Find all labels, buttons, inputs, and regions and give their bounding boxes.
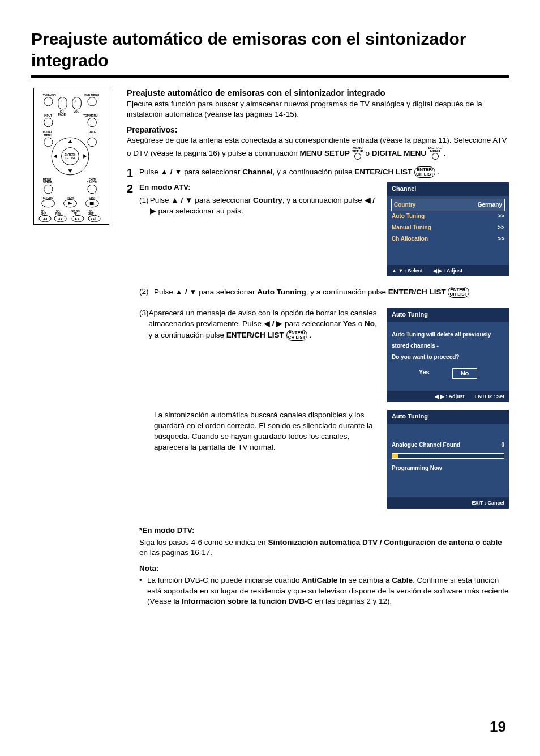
- left-arrow-icon: ◀: [365, 195, 371, 206]
- left-arrow-icon: ◀: [264, 319, 270, 330]
- nota-heading: Nota:: [139, 563, 509, 574]
- step-1-number: 1: [127, 166, 139, 179]
- step-2-number: 2: [127, 182, 139, 195]
- svg-text:REV: REV: [55, 212, 62, 215]
- nota-text: • La función DVB-C no puede iniciarse cu…: [139, 575, 509, 606]
- svg-point-2: [44, 97, 53, 106]
- svg-text:MENU: MENU: [44, 134, 53, 137]
- section-heading: Preajuste automático de emisoras con el …: [127, 88, 509, 97]
- svg-text:▶▶|: ▶▶|: [91, 217, 96, 220]
- down-arrow-icon: ▼: [185, 195, 192, 206]
- right-arrow-icon: ▶: [276, 319, 282, 330]
- auto-tuning-progress-screenshot: Auto Tuning Analogue Channel Found 0 Pro…: [387, 410, 509, 509]
- intro-text: Ejecute esta función para buscar y almac…: [127, 99, 509, 119]
- svg-text:CH: CH: [60, 110, 64, 113]
- svg-point-34: [44, 185, 53, 193]
- up-arrow-icon: ▲: [175, 287, 183, 298]
- substep-2: (2): [139, 287, 154, 298]
- svg-point-20: [44, 138, 53, 146]
- svg-rect-8: [72, 97, 81, 109]
- svg-text:GUIDE: GUIDE: [88, 131, 97, 134]
- svg-text:EXIT/: EXIT/: [89, 178, 96, 181]
- svg-text:TOP MENU: TOP MENU: [83, 114, 98, 117]
- svg-text:INPUT: INPUT: [44, 114, 53, 117]
- svg-text:CANCEL: CANCEL: [87, 181, 98, 184]
- down-arrow-icon: ▼: [189, 287, 196, 298]
- page-title: Preajuste automático de emisoras con el …: [31, 28, 509, 71]
- page-number: 19: [490, 718, 506, 736]
- svg-text:TV/RADIO: TV/RADIO: [43, 94, 56, 97]
- enter-chlist-icon: ENTER/CH LIST: [414, 166, 435, 178]
- svg-point-21: [88, 138, 96, 146]
- substep-3: (3): [139, 308, 149, 341]
- svg-rect-43: [90, 202, 94, 205]
- svg-text:+: +: [75, 100, 76, 102]
- preparativos-text: Asegúrese de que la antena está conectad…: [127, 135, 509, 161]
- svg-text:SETUP: SETUP: [43, 181, 53, 184]
- atv-mode-heading: En modo ATV:: [139, 182, 382, 193]
- svg-text:FF: FF: [74, 212, 77, 215]
- svg-text:ENTER/: ENTER/: [65, 153, 75, 156]
- svg-point-12: [88, 97, 96, 106]
- remote-control-illustration: .rc-t{font:5px Arial;fill:#000;} .rc-tb{…: [33, 88, 109, 225]
- dtv-mode-text: Siga los pasos 4-6 como se indica en Sin…: [139, 537, 509, 558]
- svg-text:DIGITAL: DIGITAL: [42, 131, 53, 134]
- enter-chlist-icon: ENTER/CH LIST: [286, 330, 307, 341]
- svg-point-15: [44, 118, 53, 126]
- menu-setup-icon: MENUSETUP: [352, 146, 363, 161]
- auto-search-text: La sintonización automática buscará cana…: [139, 410, 387, 453]
- svg-text:VOL: VOL: [74, 110, 79, 113]
- svg-text:◀◀: ◀◀: [58, 217, 62, 220]
- digital-menu-icon: DIGITALMENU: [428, 146, 442, 161]
- substep-1-text: Pulse ▲ / ▼ para seleccionar Country, y …: [150, 195, 382, 217]
- substep-1: (1): [139, 195, 150, 217]
- dtv-mode-heading: *En modo DTV:: [139, 526, 509, 536]
- svg-text:+: +: [61, 100, 62, 102]
- svg-point-35: [88, 185, 96, 193]
- svg-text:RETURN: RETURN: [42, 197, 54, 199]
- svg-rect-3: [58, 97, 67, 109]
- substep-3-text: Aparecerá un mensaje de aviso con la opc…: [149, 308, 382, 341]
- auto-tuning-confirm-screenshot: Auto Tuning Auto Tuning will delete all …: [387, 308, 509, 402]
- channel-menu-screenshot: Channel Country Germany Auto Tuning>> Ma…: [387, 182, 509, 276]
- svg-text:SKP: SKP: [41, 212, 47, 215]
- svg-text:DVD MENU: DVD MENU: [84, 94, 99, 97]
- up-arrow-icon: ▲: [171, 195, 178, 206]
- substep-2-text: Pulse ▲ / ▼ para seleccionar Auto Tunnin…: [154, 287, 471, 298]
- svg-text:PLAY: PLAY: [67, 197, 74, 199]
- svg-text:SKP: SKP: [88, 212, 95, 215]
- svg-point-39: [42, 199, 55, 207]
- svg-text:STOP: STOP: [89, 197, 97, 199]
- svg-text:PAGE: PAGE: [58, 113, 66, 116]
- svg-text:|◀◀: |◀◀: [42, 217, 47, 220]
- enter-chlist-icon: ENTER/CH LIST: [448, 287, 469, 298]
- step-1-text: Pulse ▲ / ▼ para seleccionar Channel, y …: [139, 166, 509, 178]
- down-arrow-icon: ▼: [174, 167, 182, 178]
- preparativos-heading: Preparativos:: [127, 125, 509, 134]
- title-rule: [31, 75, 509, 78]
- svg-text:▶▶: ▶▶: [75, 217, 80, 220]
- svg-text:CH LIST: CH LIST: [65, 157, 75, 160]
- svg-text:MENU: MENU: [43, 178, 52, 181]
- svg-point-16: [88, 118, 96, 126]
- up-arrow-icon: ▲: [161, 167, 168, 178]
- right-arrow-icon: ▶: [150, 206, 156, 217]
